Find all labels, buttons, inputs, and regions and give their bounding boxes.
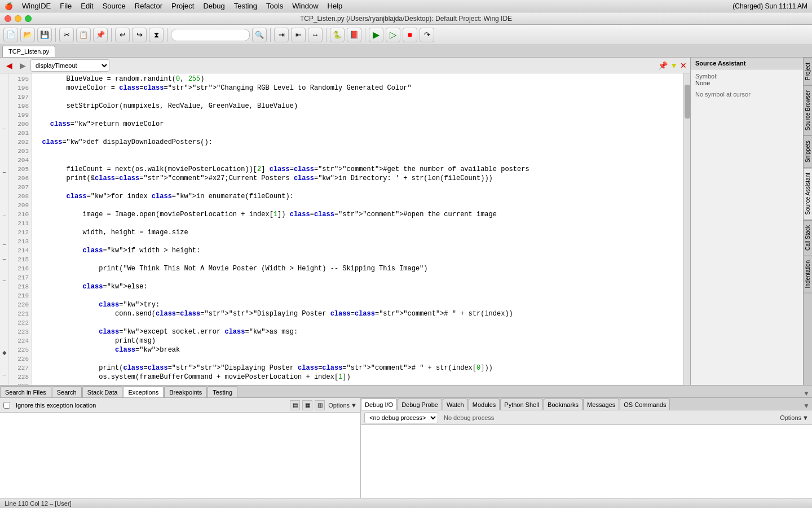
pin-blue-icon[interactable]: 📌 xyxy=(658,61,668,70)
comment-button[interactable]: ↔ xyxy=(308,28,323,42)
fold-arrow-13[interactable]: – xyxy=(0,168,8,176)
function-dropdown[interactable]: displayTimeout xyxy=(30,59,109,72)
menu-edit[interactable]: Edit xyxy=(81,2,93,10)
code-line[interactable] xyxy=(32,291,683,300)
cut-button[interactable]: ✂ xyxy=(59,28,74,42)
python-button[interactable]: 🐍 xyxy=(330,28,345,42)
debug-tabs-arrow[interactable]: ▼ xyxy=(803,402,812,410)
fold-arrow-38[interactable]: ◆ xyxy=(0,349,8,356)
minimize-button[interactable] xyxy=(15,15,21,22)
new-file-button[interactable]: 📄 xyxy=(3,28,18,42)
code-line[interactable]: BlueValue = random.randint(0, 255) xyxy=(32,75,683,84)
history-button[interactable]: ⧗ xyxy=(149,28,164,42)
debug-probe-tab[interactable]: Debug Probe xyxy=(398,398,442,410)
fold-arrow-25[interactable]: – xyxy=(0,255,8,262)
code-line[interactable]: print(msg) xyxy=(32,336,683,345)
code-line[interactable]: image = Image.open(moviePosterLocation +… xyxy=(32,210,683,219)
debug-process-dropdown[interactable]: <no debug process> xyxy=(364,412,438,423)
exceptions-tab[interactable]: Exceptions xyxy=(123,386,164,397)
code-line[interactable] xyxy=(32,318,683,327)
code-line[interactable] xyxy=(32,201,683,210)
bottom-tabs-arrow[interactable]: ▼ xyxy=(803,389,812,397)
code-line[interactable]: class="kw">try: xyxy=(32,300,683,309)
project-tab[interactable]: Project xyxy=(804,58,812,85)
code-line[interactable]: print(class=class="str">"str">"Displayin… xyxy=(32,364,683,373)
code-line[interactable]: class="kw">def displayDownloadedPosters(… xyxy=(32,138,683,147)
pdf-button[interactable]: 📕 xyxy=(347,28,361,42)
fold-arrow-41[interactable]: – xyxy=(0,371,8,378)
messages-tab[interactable]: Messages xyxy=(583,398,619,410)
exception-btn-3[interactable]: ▥ xyxy=(315,400,325,410)
pin-yellow-icon[interactable]: ▼ xyxy=(670,61,678,70)
step-button[interactable]: ↷ xyxy=(420,28,434,42)
undo-button[interactable]: ↩ xyxy=(115,28,130,42)
breakpoints-tab[interactable]: Breakpoints xyxy=(164,386,207,397)
code-line[interactable] xyxy=(32,156,683,165)
snippets-tab[interactable]: Snippets xyxy=(804,135,812,168)
indent-button[interactable]: ⇥ xyxy=(274,28,289,42)
code-line[interactable] xyxy=(32,237,683,246)
search-tab[interactable]: Search xyxy=(52,386,82,397)
outdent-button[interactable]: ⇤ xyxy=(291,28,306,42)
menu-help[interactable]: Help xyxy=(328,2,343,10)
exception-btn-1[interactable]: ▤ xyxy=(290,400,300,410)
menu-tools[interactable]: Tools xyxy=(266,2,283,10)
menu-testing[interactable]: Testing xyxy=(234,2,257,10)
menu-file[interactable]: File xyxy=(60,2,72,10)
menu-window[interactable]: Window xyxy=(292,2,318,10)
code-line[interactable] xyxy=(32,129,683,138)
nav-forward-button[interactable]: ▶ xyxy=(17,60,28,71)
close-icon[interactable]: ✕ xyxy=(680,61,687,70)
copy-button[interactable]: 📋 xyxy=(76,28,91,42)
ignore-exception-checkbox[interactable] xyxy=(3,402,10,409)
code-line[interactable]: print(&class=class="str">"comment">#x27;… xyxy=(32,174,683,183)
open-file-button[interactable]: 📂 xyxy=(20,28,35,42)
code-line[interactable]: fileCount = next(os.walk(moviePosterLoca… xyxy=(32,165,683,174)
code-line[interactable] xyxy=(32,354,683,364)
menu-refactor[interactable]: Refactor xyxy=(135,2,162,10)
bookmarks-tab[interactable]: Bookmarks xyxy=(544,398,582,410)
menu-wingide[interactable]: WingIDE xyxy=(22,2,51,10)
code-line[interactable] xyxy=(32,111,683,120)
menu-project[interactable]: Project xyxy=(171,2,194,10)
exceptions-options-button[interactable]: Options ▼ xyxy=(328,402,357,409)
os-commands-tab[interactable]: OS Commands xyxy=(620,398,670,410)
menu-source[interactable]: Source xyxy=(103,2,126,10)
menu-debug[interactable]: Debug xyxy=(203,2,224,10)
code-line[interactable]: width, height = image.size xyxy=(32,228,683,237)
fold-arrow-7[interactable]: – xyxy=(0,125,8,133)
code-line[interactable]: class="kw">return movieColor xyxy=(32,120,683,129)
paste-button[interactable]: 📌 xyxy=(93,28,108,42)
search-in-files-tab[interactable]: Search in Files xyxy=(0,386,51,397)
code-line[interactable] xyxy=(32,273,683,282)
indentation-tab[interactable]: Indentation xyxy=(804,256,812,294)
close-button[interactable] xyxy=(5,15,11,22)
exception-btn-2[interactable]: ▦ xyxy=(302,400,312,410)
search-button[interactable]: 🔍 xyxy=(252,28,267,42)
code-line[interactable] xyxy=(32,382,683,385)
source-assistant-tab[interactable]: Source Assistant xyxy=(804,168,812,220)
code-line[interactable]: print("We Think This Not A Movie Poster … xyxy=(32,264,683,273)
code-line[interactable]: movieColor = class=class="str">"str">"Ch… xyxy=(32,84,683,93)
testing-tab[interactable]: Testing xyxy=(208,386,237,397)
code-line[interactable] xyxy=(32,219,683,228)
code-line[interactable]: class="kw">if width > height: xyxy=(32,246,683,255)
stack-data-tab[interactable]: Stack Data xyxy=(82,386,123,397)
debug-button[interactable]: ▷ xyxy=(386,28,400,42)
apple-menu[interactable]: 🍎 xyxy=(5,2,13,10)
file-tab-active[interactable]: TCP_Listen.py xyxy=(2,46,55,57)
call-stack-tab[interactable]: Call Stack xyxy=(804,220,812,256)
search-input[interactable] xyxy=(171,29,250,41)
vertical-scrollbar[interactable] xyxy=(683,73,690,385)
code-line[interactable]: class="kw">break xyxy=(32,345,683,354)
redo-button[interactable]: ↪ xyxy=(132,28,147,42)
code-line[interactable] xyxy=(32,93,683,102)
code-line[interactable] xyxy=(32,183,683,192)
nav-back-button[interactable]: ◀ xyxy=(3,60,15,71)
fold-arrow-28[interactable]: – xyxy=(0,277,8,284)
debug-io-tab[interactable]: Debug I/O xyxy=(361,398,397,410)
fold-arrow-19[interactable]: – xyxy=(0,212,8,219)
scrollbar-thumb[interactable] xyxy=(685,85,690,119)
source-browser-tab[interactable]: Source Browser xyxy=(804,85,812,135)
modules-tab[interactable]: Modules xyxy=(469,398,500,410)
